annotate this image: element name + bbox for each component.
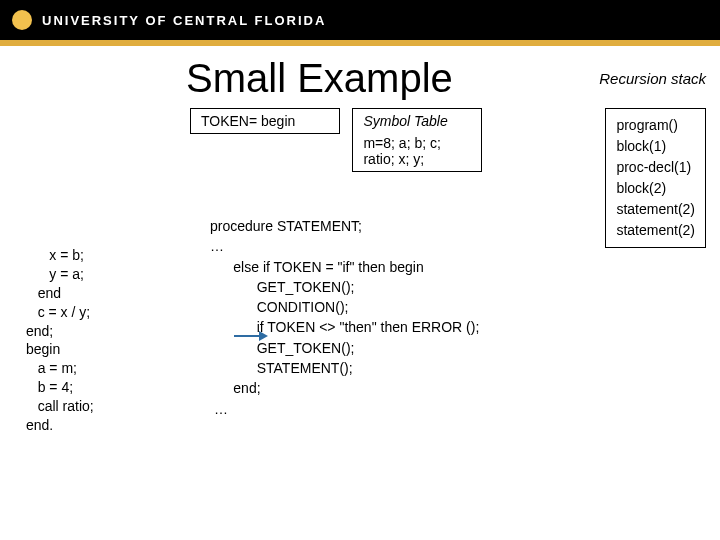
source-code-snippet: x = b; y = a; end c = x / y; end; begin …: [26, 246, 94, 435]
recursion-stack-box: program() block(1) proc-decl(1) block(2)…: [605, 108, 706, 248]
stack-item: proc-decl(1): [616, 157, 695, 178]
stack-item: statement(2): [616, 199, 695, 220]
info-boxes: TOKEN= begin Symbol Table m=8; a; b; c; …: [190, 108, 482, 172]
arrow-line: [234, 335, 260, 337]
token-label: TOKEN= begin: [201, 113, 295, 129]
university-name: UNIVERSITY OF CENTRAL FLORIDA: [42, 13, 326, 28]
slide-content: Small Example Recursion stack TOKEN= beg…: [0, 46, 720, 101]
arrow-head: [259, 331, 268, 341]
header-bar: UNIVERSITY OF CENTRAL FLORIDA: [0, 0, 720, 40]
symbol-table-label: Symbol Table: [363, 113, 471, 129]
symbol-table-box: Symbol Table m=8; a; b; c; ratio; x; y;: [352, 108, 482, 172]
symbol-table-contents: m=8; a; b; c; ratio; x; y;: [363, 135, 440, 167]
recursion-stack-label: Recursion stack: [599, 70, 706, 87]
stack-item: block(1): [616, 136, 695, 157]
stack-item: statement(2): [616, 220, 695, 241]
pegasus-icon: [12, 10, 32, 30]
procedure-code: procedure STATEMENT; … else if TOKEN = "…: [210, 216, 479, 419]
arrow-icon: [234, 331, 268, 341]
token-box: TOKEN= begin: [190, 108, 340, 134]
stack-item: block(2): [616, 178, 695, 199]
stack-item: program(): [616, 115, 695, 136]
